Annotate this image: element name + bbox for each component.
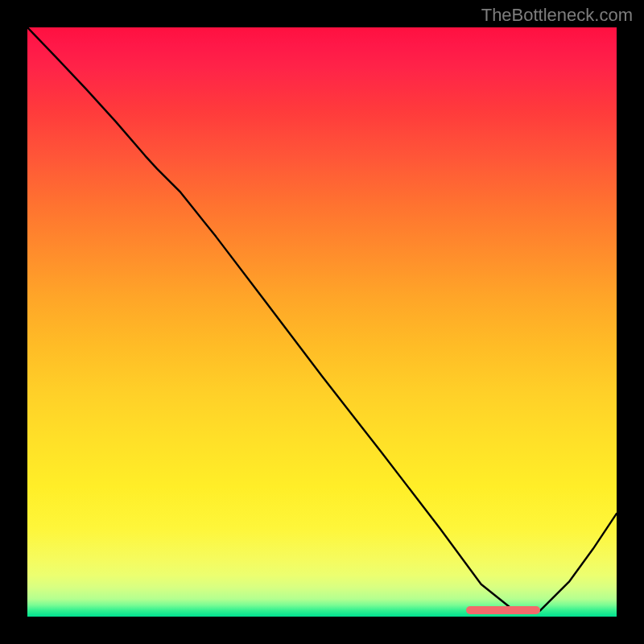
plot-area [27, 27, 617, 617]
chart-frame: TheBottleneck.com [0, 0, 644, 644]
watermark-text: TheBottleneck.com [481, 5, 633, 26]
optimal-marker [466, 606, 540, 614]
bottleneck-curve [27, 27, 617, 617]
